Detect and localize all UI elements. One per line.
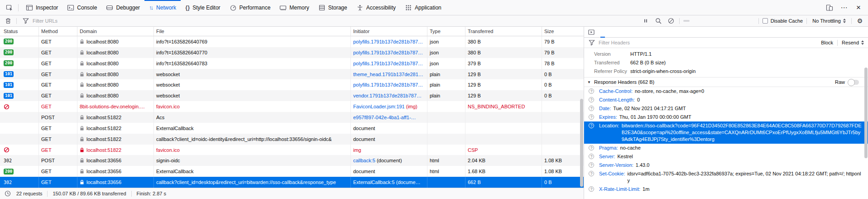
type-filter-fonts[interactable]: [719, 20, 726, 22]
help-icon[interactable]: ?: [589, 186, 594, 192]
search-icon[interactable]: [654, 16, 663, 25]
details-tab-response[interactable]: [628, 27, 638, 37]
request-row[interactable]: 200 GET localhost:8080 info?t=1635826640…: [0, 58, 584, 69]
throttling-dropdown[interactable]: No Throttling: [810, 18, 848, 24]
response-headers-section-header[interactable]: ▼ Response Headers (662 B) Raw: [584, 77, 868, 87]
tab-storage[interactable]: Storage: [314, 0, 352, 15]
type-filter-html[interactable]: [691, 20, 697, 22]
type-filter-xhr[interactable]: [712, 20, 719, 22]
help-icon[interactable]: ?: [589, 145, 594, 150]
response-header-row[interactable]: ? Server-Version: 1.43.0: [584, 161, 868, 170]
column-header-method[interactable]: Method: [39, 27, 77, 36]
type-filter-other[interactable]: [748, 20, 755, 22]
request-row[interactable]: 200 GET localhost:33656 ExternalCallback…: [0, 166, 584, 177]
initiator-link[interactable]: theme_head.1791b137de281…: [353, 72, 423, 77]
details-tab-stack-trace[interactable]: [647, 27, 657, 37]
column-header-size[interactable]: Size: [542, 27, 584, 36]
column-header-type[interactable]: Type: [427, 27, 465, 36]
sidebar-toggle-icon[interactable]: [585, 27, 598, 37]
column-header-domain[interactable]: Domain: [77, 27, 154, 36]
response-header-row[interactable]: ? Server: Kestrel: [584, 152, 868, 161]
initiator-link[interactable]: polyfills.1791b137de281b787…: [353, 50, 423, 55]
help-icon[interactable]: ?: [589, 106, 594, 111]
request-row[interactable]: 200 GET localhost:8080 info?t=1635826640…: [0, 36, 584, 47]
responsive-design-mode-icon[interactable]: [824, 2, 835, 14]
initiator-link[interactable]: document: [353, 126, 375, 131]
resend-button[interactable]: Resend: [842, 40, 864, 45]
column-header-status[interactable]: Status: [0, 27, 39, 36]
response-header-row[interactable]: ? Cache-Control: no-store, no-cache, max…: [584, 87, 868, 96]
response-header-row[interactable]: ? Pragma: no-cache: [584, 144, 868, 152]
raw-toggle-switch[interactable]: [848, 80, 859, 85]
request-row[interactable]: POST localhost:51822 Acs e957f897-042e-4…: [0, 112, 584, 123]
meatball-menu-icon[interactable]: ⋯: [838, 2, 850, 14]
help-icon[interactable]: ?: [589, 171, 594, 176]
tab-accessibility[interactable]: Accessibility: [352, 0, 400, 15]
initiator-link[interactable]: ExternalCallback:5: [353, 180, 395, 185]
network-settings-gear-icon[interactable]: ⚙: [855, 16, 864, 25]
request-row[interactable]: GET localhost:51822 favicon.ico img CSP: [0, 145, 584, 155]
tab-debugger[interactable]: Debugger: [101, 0, 144, 15]
request-row[interactable]: 101 GET localhost:8080 websocket theme_h…: [0, 69, 584, 80]
help-icon[interactable]: ?: [589, 162, 594, 168]
initiator-link[interactable]: document: [353, 169, 375, 174]
initiator-link[interactable]: polyfills.1791b137de281b787…: [353, 61, 423, 66]
tab-console[interactable]: Console: [62, 0, 101, 15]
column-header-file[interactable]: File: [154, 27, 351, 36]
request-row[interactable]: GET 8bit-solutions-dev.onelogin.… favico…: [0, 101, 584, 112]
request-row[interactable]: 302 POST localhost:33656 signin-oidc cal…: [0, 155, 584, 166]
column-header-transferred[interactable]: Transferred: [465, 27, 542, 36]
help-icon[interactable]: ?: [589, 114, 594, 120]
help-icon[interactable]: ?: [589, 154, 594, 159]
pause-traffic-icon[interactable]: [641, 16, 650, 25]
request-row[interactable]: 101 GET localhost:8080 websocket vendor.…: [0, 90, 584, 101]
response-header-row[interactable]: ? Location: bitwarden://sso-callback?cod…: [584, 121, 868, 144]
disable-cache-checkbox[interactable]: Disable Cache: [762, 18, 803, 24]
block-request-icon[interactable]: [667, 16, 676, 25]
type-filter-media[interactable]: [734, 20, 740, 22]
response-header-row[interactable]: ? Date: Tue, 02 Nov 2021 04:17:21 GMT: [584, 104, 868, 113]
response-header-row[interactable]: ? Expires: Thu, 01 Jan 1970 00:00:00 GMT: [584, 113, 868, 121]
request-row[interactable]: GET localhost:51822 ExternalCallback doc…: [0, 123, 584, 134]
help-icon[interactable]: ?: [589, 88, 594, 94]
clear-requests-trash-icon[interactable]: [4, 16, 13, 25]
tab-memory[interactable]: Memory: [275, 0, 313, 15]
block-button[interactable]: Block: [821, 40, 833, 45]
initiator-link[interactable]: callback:5: [353, 158, 375, 163]
initiator-link[interactable]: FaviconLoader.jsm:191: [353, 104, 405, 109]
type-filter-js[interactable]: [705, 20, 711, 22]
type-filter-css[interactable]: [698, 20, 704, 22]
response-header-row[interactable]: ? X-Rate-Limit-Limit: 1m: [584, 185, 868, 194]
request-row[interactable]: 101 GET localhost:8080 websocket polyfil…: [0, 79, 584, 90]
details-tab-request[interactable]: [618, 27, 628, 37]
tab-style-editor[interactable]: {} Style Editor: [181, 0, 225, 15]
initiator-link[interactable]: document: [353, 136, 375, 142]
response-header-row[interactable]: ? Content-Length: 0: [584, 96, 868, 104]
table-scrollbar[interactable]: [580, 99, 583, 187]
close-icon[interactable]: ×: [853, 2, 864, 14]
type-filter-all[interactable]: [683, 20, 690, 22]
request-row[interactable]: 302 GET localhost:33656 callback?client_…: [0, 177, 584, 188]
filter-urls-input[interactable]: [33, 18, 638, 24]
tab-inspector[interactable]: Inspector: [21, 0, 62, 15]
column-header-initiator[interactable]: Initiator: [351, 27, 427, 36]
element-picker-icon[interactable]: [4, 2, 15, 14]
filter-headers-input[interactable]: [599, 40, 818, 45]
initiator-link[interactable]: img: [353, 147, 361, 153]
initiator-link[interactable]: e957f897-042e-4ba1-aff1-…: [353, 115, 416, 120]
type-filter-ws[interactable]: [741, 20, 748, 22]
initiator-link[interactable]: polyfills.1791b137de281b787…: [353, 82, 423, 87]
initiator-link[interactable]: polyfills.1791b137de281b787…: [353, 39, 423, 44]
details-tab-timings[interactable]: [638, 27, 647, 37]
help-icon[interactable]: ?: [589, 123, 594, 128]
details-scrollbar[interactable]: [864, 68, 868, 158]
type-filter-images[interactable]: [727, 20, 733, 22]
tab-performance[interactable]: Performance: [225, 0, 275, 15]
request-row[interactable]: GET localhost:51822 callback?client_id=o…: [0, 134, 584, 145]
tab-application[interactable]: Application: [400, 0, 446, 15]
help-icon[interactable]: ?: [589, 97, 594, 102]
initiator-link[interactable]: vendor.1791b137de281b787…: [353, 93, 422, 98]
details-tab-headers[interactable]: [598, 27, 608, 37]
response-header-row[interactable]: ? Set-Cookie: idsrv=adf6cba1-7075-402b-9…: [584, 170, 868, 185]
tab-network[interactable]: ↑↓ Network: [144, 0, 181, 15]
